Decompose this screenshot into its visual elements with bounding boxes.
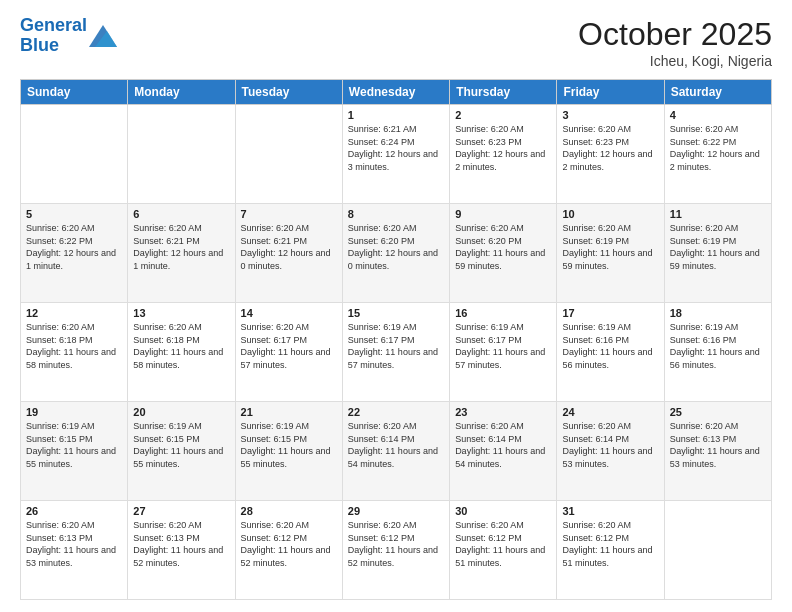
day-number: 8 — [348, 208, 444, 220]
day-number: 1 — [348, 109, 444, 121]
calendar-cell: 14Sunrise: 6:20 AM Sunset: 6:17 PM Dayli… — [235, 303, 342, 402]
day-number: 31 — [562, 505, 658, 517]
calendar-cell: 27Sunrise: 6:20 AM Sunset: 6:13 PM Dayli… — [128, 501, 235, 600]
day-number: 14 — [241, 307, 337, 319]
day-info: Sunrise: 6:20 AM Sunset: 6:12 PM Dayligh… — [241, 519, 337, 569]
calendar-cell: 1Sunrise: 6:21 AM Sunset: 6:24 PM Daylig… — [342, 105, 449, 204]
day-info: Sunrise: 6:20 AM Sunset: 6:23 PM Dayligh… — [455, 123, 551, 173]
logo-text: General Blue — [20, 16, 87, 56]
day-info: Sunrise: 6:20 AM Sunset: 6:20 PM Dayligh… — [455, 222, 551, 272]
day-number: 13 — [133, 307, 229, 319]
calendar-cell: 24Sunrise: 6:20 AM Sunset: 6:14 PM Dayli… — [557, 402, 664, 501]
day-info: Sunrise: 6:20 AM Sunset: 6:18 PM Dayligh… — [26, 321, 122, 371]
day-info: Sunrise: 6:20 AM Sunset: 6:20 PM Dayligh… — [348, 222, 444, 272]
month-title: October 2025 — [578, 16, 772, 53]
header-row: Sunday Monday Tuesday Wednesday Thursday… — [21, 80, 772, 105]
calendar-cell: 20Sunrise: 6:19 AM Sunset: 6:15 PM Dayli… — [128, 402, 235, 501]
calendar-cell: 25Sunrise: 6:20 AM Sunset: 6:13 PM Dayli… — [664, 402, 771, 501]
day-number: 30 — [455, 505, 551, 517]
day-number: 28 — [241, 505, 337, 517]
calendar-cell: 4Sunrise: 6:20 AM Sunset: 6:22 PM Daylig… — [664, 105, 771, 204]
calendar-week-3: 12Sunrise: 6:20 AM Sunset: 6:18 PM Dayli… — [21, 303, 772, 402]
day-info: Sunrise: 6:20 AM Sunset: 6:13 PM Dayligh… — [133, 519, 229, 569]
day-info: Sunrise: 6:20 AM Sunset: 6:19 PM Dayligh… — [670, 222, 766, 272]
day-info: Sunrise: 6:20 AM Sunset: 6:14 PM Dayligh… — [348, 420, 444, 470]
day-number: 9 — [455, 208, 551, 220]
day-number: 15 — [348, 307, 444, 319]
col-saturday: Saturday — [664, 80, 771, 105]
day-info: Sunrise: 6:20 AM Sunset: 6:12 PM Dayligh… — [562, 519, 658, 569]
day-info: Sunrise: 6:20 AM Sunset: 6:14 PM Dayligh… — [455, 420, 551, 470]
calendar-cell: 16Sunrise: 6:19 AM Sunset: 6:17 PM Dayli… — [450, 303, 557, 402]
day-info: Sunrise: 6:20 AM Sunset: 6:12 PM Dayligh… — [455, 519, 551, 569]
day-number: 21 — [241, 406, 337, 418]
calendar-cell: 21Sunrise: 6:19 AM Sunset: 6:15 PM Dayli… — [235, 402, 342, 501]
day-number: 4 — [670, 109, 766, 121]
calendar-cell: 7Sunrise: 6:20 AM Sunset: 6:21 PM Daylig… — [235, 204, 342, 303]
calendar-cell: 26Sunrise: 6:20 AM Sunset: 6:13 PM Dayli… — [21, 501, 128, 600]
day-number: 2 — [455, 109, 551, 121]
day-info: Sunrise: 6:20 AM Sunset: 6:13 PM Dayligh… — [670, 420, 766, 470]
day-info: Sunrise: 6:19 AM Sunset: 6:15 PM Dayligh… — [26, 420, 122, 470]
day-info: Sunrise: 6:20 AM Sunset: 6:17 PM Dayligh… — [241, 321, 337, 371]
calendar-cell: 8Sunrise: 6:20 AM Sunset: 6:20 PM Daylig… — [342, 204, 449, 303]
header: General Blue October 2025 Icheu, Kogi, N… — [20, 16, 772, 69]
col-monday: Monday — [128, 80, 235, 105]
day-number: 3 — [562, 109, 658, 121]
col-friday: Friday — [557, 80, 664, 105]
calendar-cell — [128, 105, 235, 204]
day-number: 16 — [455, 307, 551, 319]
day-info: Sunrise: 6:19 AM Sunset: 6:17 PM Dayligh… — [455, 321, 551, 371]
calendar-cell: 29Sunrise: 6:20 AM Sunset: 6:12 PM Dayli… — [342, 501, 449, 600]
day-number: 20 — [133, 406, 229, 418]
day-number: 23 — [455, 406, 551, 418]
calendar-cell: 17Sunrise: 6:19 AM Sunset: 6:16 PM Dayli… — [557, 303, 664, 402]
day-info: Sunrise: 6:20 AM Sunset: 6:21 PM Dayligh… — [241, 222, 337, 272]
calendar-cell: 6Sunrise: 6:20 AM Sunset: 6:21 PM Daylig… — [128, 204, 235, 303]
day-number: 10 — [562, 208, 658, 220]
day-info: Sunrise: 6:20 AM Sunset: 6:22 PM Dayligh… — [26, 222, 122, 272]
calendar-table: Sunday Monday Tuesday Wednesday Thursday… — [20, 79, 772, 600]
day-number: 27 — [133, 505, 229, 517]
calendar-cell — [21, 105, 128, 204]
calendar-cell: 23Sunrise: 6:20 AM Sunset: 6:14 PM Dayli… — [450, 402, 557, 501]
day-info: Sunrise: 6:20 AM Sunset: 6:21 PM Dayligh… — [133, 222, 229, 272]
calendar-cell — [235, 105, 342, 204]
calendar-cell: 10Sunrise: 6:20 AM Sunset: 6:19 PM Dayli… — [557, 204, 664, 303]
day-number: 5 — [26, 208, 122, 220]
day-info: Sunrise: 6:20 AM Sunset: 6:22 PM Dayligh… — [670, 123, 766, 173]
calendar-cell: 2Sunrise: 6:20 AM Sunset: 6:23 PM Daylig… — [450, 105, 557, 204]
day-info: Sunrise: 6:19 AM Sunset: 6:15 PM Dayligh… — [133, 420, 229, 470]
calendar-cell: 9Sunrise: 6:20 AM Sunset: 6:20 PM Daylig… — [450, 204, 557, 303]
day-number: 11 — [670, 208, 766, 220]
day-info: Sunrise: 6:20 AM Sunset: 6:19 PM Dayligh… — [562, 222, 658, 272]
calendar-cell: 28Sunrise: 6:20 AM Sunset: 6:12 PM Dayli… — [235, 501, 342, 600]
day-info: Sunrise: 6:19 AM Sunset: 6:16 PM Dayligh… — [562, 321, 658, 371]
calendar-week-4: 19Sunrise: 6:19 AM Sunset: 6:15 PM Dayli… — [21, 402, 772, 501]
day-info: Sunrise: 6:19 AM Sunset: 6:17 PM Dayligh… — [348, 321, 444, 371]
logo: General Blue — [20, 16, 117, 56]
day-number: 6 — [133, 208, 229, 220]
day-number: 26 — [26, 505, 122, 517]
day-number: 24 — [562, 406, 658, 418]
day-info: Sunrise: 6:20 AM Sunset: 6:14 PM Dayligh… — [562, 420, 658, 470]
calendar-week-1: 1Sunrise: 6:21 AM Sunset: 6:24 PM Daylig… — [21, 105, 772, 204]
logo-icon — [89, 25, 117, 47]
calendar-cell: 31Sunrise: 6:20 AM Sunset: 6:12 PM Dayli… — [557, 501, 664, 600]
day-info: Sunrise: 6:19 AM Sunset: 6:16 PM Dayligh… — [670, 321, 766, 371]
day-number: 25 — [670, 406, 766, 418]
col-sunday: Sunday — [21, 80, 128, 105]
title-block: October 2025 Icheu, Kogi, Nigeria — [578, 16, 772, 69]
col-wednesday: Wednesday — [342, 80, 449, 105]
day-info: Sunrise: 6:20 AM Sunset: 6:18 PM Dayligh… — [133, 321, 229, 371]
page: General Blue October 2025 Icheu, Kogi, N… — [0, 0, 792, 612]
day-number: 17 — [562, 307, 658, 319]
day-info: Sunrise: 6:20 AM Sunset: 6:13 PM Dayligh… — [26, 519, 122, 569]
calendar-cell: 11Sunrise: 6:20 AM Sunset: 6:19 PM Dayli… — [664, 204, 771, 303]
calendar-cell: 13Sunrise: 6:20 AM Sunset: 6:18 PM Dayli… — [128, 303, 235, 402]
day-number: 29 — [348, 505, 444, 517]
calendar-cell: 5Sunrise: 6:20 AM Sunset: 6:22 PM Daylig… — [21, 204, 128, 303]
logo-blue: Blue — [20, 35, 59, 55]
day-number: 7 — [241, 208, 337, 220]
calendar-week-5: 26Sunrise: 6:20 AM Sunset: 6:13 PM Dayli… — [21, 501, 772, 600]
